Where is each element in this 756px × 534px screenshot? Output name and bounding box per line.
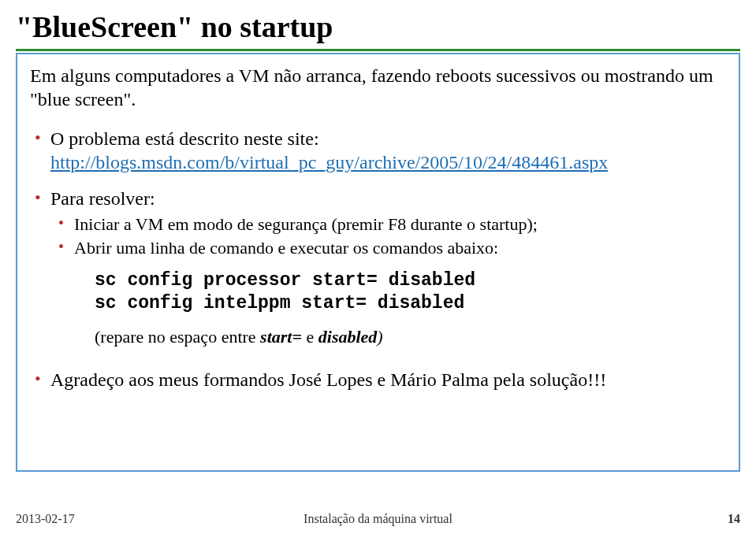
bullet-problem-site: O problema está descrito neste site: htt… [30, 127, 726, 174]
bullet-list: O problema está descrito neste site: htt… [30, 127, 726, 391]
note-suffix: ) [377, 327, 382, 347]
note-disabled-keyword: disabled [318, 327, 378, 347]
note-mid: e [302, 327, 318, 347]
footer-page-number: 14 [728, 512, 740, 526]
code-block: sc config processor start= disabled sc c… [50, 269, 726, 315]
slide-title: "BlueScreen" no startup [16, 9, 740, 44]
code-line-1: sc config processor start= disabled [95, 269, 726, 292]
code-line-2: sc config intelppm start= disabled [95, 292, 726, 315]
resolver-step-1: Iniciar a VM em modo de segurança (premi… [50, 213, 726, 235]
footer: 2013-02-17 Instalação da máquina virtual… [16, 512, 740, 526]
note-text: (repare no espaço entre start= e disable… [50, 326, 726, 348]
resolver-label: Para resolver: [50, 188, 155, 209]
msdn-link[interactable]: http://blogs.msdn.com/b/virtual_pc_guy/a… [50, 152, 608, 172]
slide: "BlueScreen" no startup Em alguns comput… [0, 0, 756, 534]
footer-date: 2013-02-17 [16, 512, 75, 526]
content-box: Em alguns computadores a VM não arranca,… [16, 53, 740, 472]
resolver-step-2: Abrir uma linha de comando e executar os… [50, 237, 726, 259]
title-underline [16, 49, 740, 51]
intro-text: Em alguns computadores a VM não arranca,… [30, 64, 726, 111]
footer-center-text: Instalação da máquina virtual [304, 512, 452, 526]
bullet-text: O problema está descrito neste site: [50, 128, 319, 149]
note-prefix: (repare no espaço entre [95, 327, 260, 347]
bullet-thanks: Agradeço aos meus formandos José Lopes e… [30, 368, 726, 391]
bullet-resolver: Para resolver: Iniciar a VM em modo de s… [30, 187, 726, 347]
note-start-keyword: start= [260, 327, 302, 347]
resolver-sublist: Iniciar a VM em modo de segurança (premi… [50, 213, 726, 258]
